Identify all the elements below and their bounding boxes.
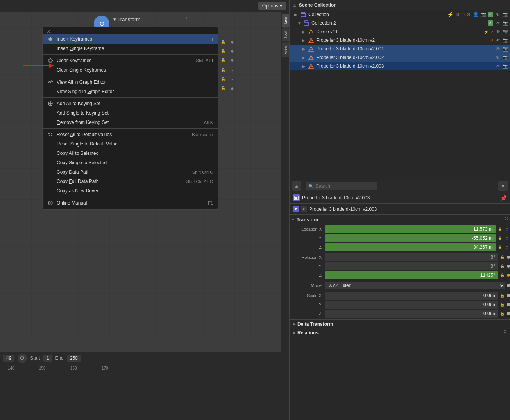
- props-options-icon[interactable]: ▾: [498, 181, 508, 191]
- menu-item-view-all-graph[interactable]: View All in Graph Editor: [43, 77, 218, 87]
- outliner-row-prop3[interactable]: ▶ Propeller 3 blade d-10cm v2.002 👁 📷: [290, 53, 510, 62]
- keyframe-rz-icon[interactable]: ◆: [228, 84, 236, 92]
- outliner-row-drone[interactable]: ▶ Drone v11 ⚡ ↗ 👁 📷: [290, 27, 510, 36]
- keyframe-x-icon[interactable]: ◆: [228, 38, 236, 46]
- tab-view[interactable]: View: [282, 43, 289, 57]
- outliner-row-prop2[interactable]: ▶ Propeller 3 blade d-10cm v2.001 👁 📷: [290, 45, 510, 53]
- expand-collection2-icon[interactable]: ▼: [297, 21, 303, 25]
- location-z-value[interactable]: 34.267 m: [325, 243, 496, 251]
- expand-prop4-icon[interactable]: ▶: [302, 64, 308, 68]
- location-x-value[interactable]: 11.573 m: [325, 225, 496, 233]
- rot-y-lock-icon[interactable]: 🔒: [499, 263, 505, 269]
- loc-z-key-icon[interactable]: ◇: [504, 244, 510, 250]
- menu-item-clear-keyframes[interactable]: Clear Keyframes Shift Alt I: [43, 56, 218, 65]
- collection-render-icon[interactable]: 📷: [503, 12, 508, 17]
- object-name-text[interactable]: Propeller 3 blade d-10cm v2.003: [302, 195, 500, 201]
- end-frame[interactable]: 250: [67, 355, 81, 362]
- drone-render-icon[interactable]: 📷: [503, 29, 508, 34]
- collection2-render-icon[interactable]: 📷: [503, 20, 508, 26]
- transform-section-options[interactable]: ⠿: [505, 217, 508, 223]
- prop1-render-icon[interactable]: 📷: [503, 38, 508, 43]
- scale-y-lock-icon[interactable]: 🔒: [499, 302, 505, 308]
- menu-item-copy-all-selected[interactable]: Copy All to Selected: [43, 149, 218, 158]
- lock-z-icon[interactable]: 🔒: [219, 56, 227, 64]
- prop4-render-icon[interactable]: 📷: [503, 63, 508, 69]
- collection-check[interactable]: ✓: [488, 12, 493, 17]
- transform-section-header[interactable]: ▼ Transform ⠿: [290, 215, 510, 224]
- rotation-z-value[interactable]: 11425°: [325, 271, 498, 279]
- rotation-x-value[interactable]: 0°: [325, 253, 498, 261]
- expand-drone-icon[interactable]: ▶: [302, 30, 308, 34]
- outliner-row-prop1[interactable]: ▶ Propeller 3 blade d-10cm v2 ↗ 👁 📷: [290, 36, 510, 45]
- scale-x-value[interactable]: 0.065: [325, 292, 498, 300]
- menu-item-insert-keyframes[interactable]: Insert Keyframes I: [43, 34, 218, 44]
- menu-item-copy-single-selected[interactable]: Copy Single to Selected: [43, 158, 218, 167]
- menu-item-insert-single-keyframe[interactable]: Insert Single Keyframe: [43, 44, 218, 53]
- object-pin-icon[interactable]: 📌: [500, 195, 507, 201]
- scale-y-value[interactable]: 0.065: [325, 301, 498, 309]
- mode-select[interactable]: XYZ Euler: [325, 282, 505, 289]
- expand-prop2-icon[interactable]: ▶: [302, 47, 308, 51]
- rotation-y-value[interactable]: 0°: [325, 262, 498, 270]
- drone-eye-icon[interactable]: 👁: [496, 29, 500, 34]
- expand-prop1-icon[interactable]: ▶: [302, 38, 308, 43]
- start-frame[interactable]: 1: [43, 355, 52, 362]
- play-button[interactable]: ⏱: [18, 354, 27, 363]
- loc-y-key-icon[interactable]: ◇: [504, 235, 510, 241]
- scale-z-value[interactable]: 0.065: [325, 310, 498, 318]
- prop3-eye-icon[interactable]: 👁: [496, 55, 500, 60]
- scale-x-lock-icon[interactable]: 🔒: [499, 293, 505, 299]
- scale-z-lock-icon[interactable]: 🔒: [499, 311, 505, 317]
- loc-x-key-icon[interactable]: ◇: [504, 226, 510, 232]
- keyframe-y-icon[interactable]: ◆: [228, 47, 236, 55]
- menu-item-online-manual[interactable]: ? Online Manual F1: [43, 198, 218, 208]
- search-input[interactable]: [306, 182, 377, 190]
- outliner-row-prop4[interactable]: ▶ Propeller 3 blade d-10cm v2.003 👁 📷: [290, 62, 510, 70]
- tab-item[interactable]: Item: [282, 14, 289, 27]
- rot-z-lock-icon[interactable]: 🔒: [499, 272, 505, 278]
- lock-rx-icon[interactable]: 🔒: [219, 66, 227, 74]
- prop3-render-icon[interactable]: 📷: [503, 55, 508, 60]
- relations-section[interactable]: ▶ Relations ⠿: [290, 328, 510, 337]
- menu-item-remove-keying[interactable]: Remove from Keying Set Alt K: [43, 118, 218, 127]
- collection-eye-icon[interactable]: 👁: [496, 12, 500, 17]
- outliner-row-collection2[interactable]: ▼ Collection 2 ✓ 👁 📷: [290, 19, 510, 27]
- delta-transform-section[interactable]: ▶ Delta Transform: [290, 319, 510, 328]
- collection2-check[interactable]: ✓: [488, 20, 493, 26]
- loc-y-lock-icon[interactable]: 🔒: [497, 235, 503, 241]
- lock-x-icon[interactable]: 🔒: [219, 38, 227, 46]
- rot-x-lock-icon[interactable]: 🔒: [499, 254, 505, 260]
- loc-z-lock-icon[interactable]: 🔒: [497, 244, 503, 250]
- relations-section-options[interactable]: ⠿: [503, 330, 507, 336]
- viewport[interactable]: Options ▾ ⊙ ▾ Transform ⠿ 11.573 m 🔒 ◆ -…: [0, 0, 289, 352]
- menu-item-clear-single-keyframes[interactable]: Clear Single Keyframes: [43, 65, 218, 75]
- menu-item-view-single-graph[interactable]: View Single in Graph Editor: [43, 87, 218, 96]
- menu-item-copy-full-data-path[interactable]: Copy Full Data Path Shift Ctrl Alt C: [43, 177, 218, 186]
- expand-prop3-icon[interactable]: ▶: [302, 56, 308, 60]
- obj-data-dropdown-icon[interactable]: ▾: [301, 206, 307, 212]
- drag-handle[interactable]: ⠿: [186, 16, 189, 22]
- keyframe-z-icon[interactable]: ◆: [228, 56, 236, 64]
- expand-collection-icon[interactable]: ▶: [294, 13, 300, 17]
- lock-ry-icon[interactable]: 🔒: [219, 75, 227, 83]
- menu-item-copy-data-path[interactable]: Copy Data Path Shift Ctrl C: [43, 167, 218, 177]
- outliner-row-collection[interactable]: ▶ Collection ⚡ 50 ▽ 25 👤 📷 ✓ 👁 📷: [290, 10, 510, 19]
- loc-x-lock-icon[interactable]: 🔒: [497, 226, 503, 232]
- prop1-eye-icon[interactable]: 👁: [496, 38, 500, 43]
- menu-item-reset-all-default[interactable]: Reset All to Default Values Backspace: [43, 130, 218, 139]
- lock-rz-icon[interactable]: 🔒: [219, 84, 227, 92]
- options-button[interactable]: Options ▾: [258, 2, 286, 10]
- menu-item-add-all-keying[interactable]: Add All to Keying Set: [43, 99, 218, 108]
- object-data-name-text[interactable]: Propeller 3 blade d-10cm v2.003: [309, 206, 507, 212]
- dot-ry-icon[interactable]: •: [228, 75, 236, 83]
- tab-tool[interactable]: Tool: [282, 28, 289, 41]
- menu-item-add-single-keying[interactable]: Add Single to Keying Set: [43, 108, 218, 118]
- frame-counter[interactable]: 49: [3, 355, 14, 362]
- prop2-render-icon[interactable]: 📷: [503, 46, 508, 52]
- prop2-eye-icon[interactable]: 👁: [496, 46, 500, 52]
- collection2-eye-icon[interactable]: 👁: [496, 20, 500, 26]
- menu-item-copy-new-driver[interactable]: Copy as New Driver: [43, 186, 218, 196]
- location-y-value[interactable]: -55.052 m: [325, 234, 496, 242]
- props-menu-icon[interactable]: ⊞: [292, 181, 301, 191]
- menu-item-reset-single-default[interactable]: Reset Single to Default Value: [43, 139, 218, 149]
